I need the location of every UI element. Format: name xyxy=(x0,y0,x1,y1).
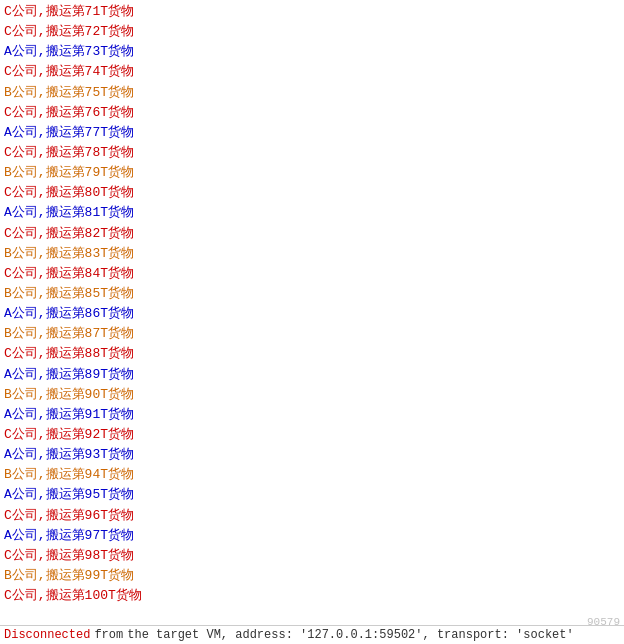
disconnected-label: Disconnected xyxy=(4,628,90,642)
list-item: C公司,搬运第71T货物 xyxy=(4,2,620,22)
list-item: C公司,搬运第80T货物 xyxy=(4,183,620,203)
list-item: C公司,搬运第92T货物 xyxy=(4,425,620,445)
log-list: C公司,搬运第71T货物C公司,搬运第72T货物A公司,搬运第73T货物C公司,… xyxy=(0,0,624,608)
list-item: C公司,搬运第84T货物 xyxy=(4,264,620,284)
list-item: A公司,搬运第91T货物 xyxy=(4,405,620,425)
main-content: C公司,搬运第71T货物C公司,搬运第72T货物A公司,搬运第73T货物C公司,… xyxy=(0,0,624,644)
list-item: C公司,搬运第74T货物 xyxy=(4,62,620,82)
list-item: B公司,搬运第85T货物 xyxy=(4,284,620,304)
list-item: A公司,搬运第77T货物 xyxy=(4,123,620,143)
list-item: B公司,搬运第90T货物 xyxy=(4,385,620,405)
list-item: B公司,搬运第94T货物 xyxy=(4,465,620,485)
list-item: A公司,搬运第93T货物 xyxy=(4,445,620,465)
list-item: B公司,搬运第99T货物 xyxy=(4,566,620,586)
watermark: 90579 xyxy=(587,616,620,628)
list-item: A公司,搬运第81T货物 xyxy=(4,203,620,223)
list-item: C公司,搬运第88T货物 xyxy=(4,344,620,364)
from-label: from xyxy=(94,628,123,642)
list-item: A公司,搬运第95T货物 xyxy=(4,485,620,505)
list-item: C公司,搬运第78T货物 xyxy=(4,143,620,163)
status-detail: the target VM, address: '127.0.0.1:59502… xyxy=(127,628,573,642)
list-item: C公司,搬运第98T货物 xyxy=(4,546,620,566)
status-bar: Disconnected from the target VM, address… xyxy=(0,625,624,644)
list-item: B公司,搬运第83T货物 xyxy=(4,244,620,264)
list-item: C公司,搬运第76T货物 xyxy=(4,103,620,123)
list-item: C公司,搬运第82T货物 xyxy=(4,224,620,244)
list-item: C公司,搬运第96T货物 xyxy=(4,506,620,526)
list-item: A公司,搬运第89T货物 xyxy=(4,365,620,385)
list-item: B公司,搬运第75T货物 xyxy=(4,83,620,103)
list-item: A公司,搬运第97T货物 xyxy=(4,526,620,546)
list-item: B公司,搬运第87T货物 xyxy=(4,324,620,344)
list-item: A公司,搬运第86T货物 xyxy=(4,304,620,324)
list-item: A公司,搬运第73T货物 xyxy=(4,42,620,62)
list-item: C公司,搬运第72T货物 xyxy=(4,22,620,42)
list-item: B公司,搬运第79T货物 xyxy=(4,163,620,183)
list-item: C公司,搬运第100T货物 xyxy=(4,586,620,606)
